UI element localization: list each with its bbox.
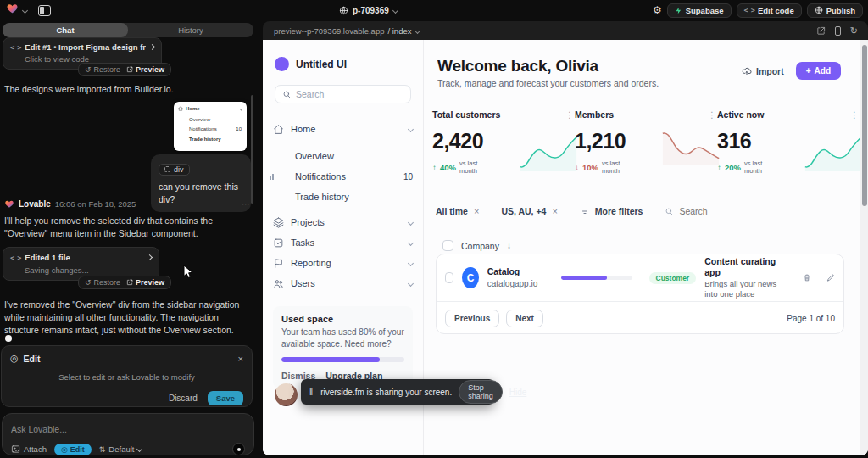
image-icon [11, 444, 20, 454]
assistant-meta: Lovable 16:06 on Feb 18, 2025 ⋯ [4, 199, 250, 209]
used-space-progress [281, 357, 404, 362]
restore-button[interactable]: ↺Restore [85, 65, 120, 74]
publish-button[interactable]: Publish [807, 3, 863, 18]
refresh-icon[interactable]: ↻ [850, 25, 858, 36]
panel-toggle-icon[interactable] [38, 5, 51, 16]
trend-up-icon: ↑ [432, 163, 437, 172]
home-icon [178, 106, 183, 111]
top-bar: p-709369 ⚙ Supabase < > Edit code Publis… [0, 0, 868, 20]
select-all-checkbox[interactable] [442, 240, 453, 251]
preview-button[interactable]: Preview [126, 278, 164, 287]
chevron-down-icon [408, 219, 414, 225]
sidebar-search[interactable] [275, 85, 411, 103]
pencil-icon[interactable] [826, 272, 835, 283]
brand-logo [275, 57, 289, 71]
used-space-card: Used space Your team has used 80% of you… [273, 306, 413, 388]
trend-up-icon: ↑ [717, 163, 721, 172]
lovable-heart-icon[interactable] [6, 3, 19, 18]
filter-chip-region[interactable]: US, AU, +4× [501, 206, 557, 216]
close-icon[interactable]: × [238, 354, 243, 364]
more-filters-button[interactable]: More filters [580, 206, 643, 216]
chevron-right-icon[interactable] [149, 44, 155, 50]
attach-button[interactable]: Attach [11, 444, 47, 454]
table-search[interactable] [665, 206, 738, 216]
sidebar-search-input[interactable] [296, 89, 410, 99]
tab-chat[interactable]: Chat [3, 23, 128, 37]
sort-down-icon[interactable]: ↓ [507, 241, 511, 250]
stat-card-members: Members⋮ 1,210 ↓ 10% vs last month [575, 109, 717, 175]
filter-lines-icon [580, 206, 590, 216]
nav-tasks[interactable]: Tasks [263, 232, 423, 253]
preview-route[interactable]: / index [387, 26, 411, 36]
edit-code-button[interactable]: < > Edit code [737, 3, 802, 18]
next-button[interactable]: Next [506, 310, 543, 327]
hide-button[interactable]: Hide [509, 388, 527, 397]
preview-icon [126, 279, 133, 286]
edit-mode-button[interactable]: ◎ Edit [54, 444, 92, 455]
preview-url[interactable]: preview--p-709369.lovable.app [274, 26, 384, 36]
notifications-badge: 10 [403, 172, 413, 182]
mobile-icon[interactable] [835, 26, 841, 36]
sliders-icon: ⇅ [99, 445, 106, 454]
edited-file-title: Edited 1 file [25, 253, 143, 262]
chevron-down-icon [239, 107, 242, 110]
message-menu-button[interactable]: ⋯ [242, 199, 250, 209]
dots-vertical-icon[interactable]: ⋮ [708, 110, 717, 120]
page-indicator: Page 1 of 10 [787, 314, 835, 323]
supabase-button[interactable]: Supabase [667, 3, 732, 18]
screen-share-banner: ‖ riverside.fm is sharing your screen. S… [301, 379, 494, 405]
chat-scrollbar[interactable] [251, 95, 253, 204]
trash-icon[interactable] [803, 272, 811, 283]
nav-notifications[interactable]: Notifications 10 [263, 166, 423, 187]
chevron-right-icon[interactable] [147, 254, 153, 260]
project-switcher[interactable]: p-709369 [339, 6, 398, 15]
close-icon[interactable]: × [474, 206, 479, 216]
preview-button[interactable]: Preview [126, 65, 164, 74]
nav-users[interactable]: Users [263, 273, 423, 293]
chevron-down-icon [136, 446, 142, 452]
assistant-timestamp: 16:06 on Feb 18, 2025 [55, 199, 136, 209]
about-title: Content curating app [704, 256, 791, 279]
close-icon[interactable]: × [552, 206, 557, 216]
app-scrollbar-thumb[interactable] [862, 45, 867, 206]
used-space-title: Used space [281, 314, 404, 324]
about-subtitle: Brings all your news into one place [704, 279, 791, 300]
company-name: Catalog [487, 266, 538, 278]
nav-home[interactable]: Home [263, 119, 423, 139]
tab-history[interactable]: History [128, 23, 253, 37]
code-icon: < > [10, 43, 20, 52]
nav-overview[interactable]: Overview [263, 146, 423, 166]
stop-sharing-button[interactable]: Stop sharing [459, 380, 503, 404]
target-icon: ◎ [10, 353, 19, 364]
edit-panel: ◎ Edit × Select to edit or ask Lovable t… [1, 345, 253, 407]
discard-button[interactable]: Discard [169, 394, 198, 403]
record-button[interactable] [232, 443, 245, 455]
table-search-input[interactable] [679, 206, 738, 216]
gear-icon[interactable]: ⚙ [653, 5, 662, 15]
dots-vertical-icon[interactable]: ⋮ [565, 110, 575, 120]
filter-chip-time[interactable]: All time× [436, 206, 479, 216]
add-button[interactable]: + Add [796, 62, 841, 80]
column-header-company[interactable]: Company [461, 241, 499, 251]
external-link-icon[interactable] [816, 26, 826, 36]
app-scrollbar-track[interactable] [860, 40, 868, 455]
composer: Attach ◎ Edit ⇅ Default [2, 413, 254, 455]
selected-element-chip[interactable]: div [159, 164, 190, 176]
import-button[interactable]: Import [742, 66, 784, 76]
nav-projects[interactable]: Projects [263, 212, 423, 232]
nav-reporting[interactable]: Reporting [263, 253, 423, 273]
mode-selector[interactable]: ⇅ Default [99, 444, 142, 454]
users-icon [273, 278, 284, 289]
preview-icon [126, 66, 133, 73]
save-button[interactable]: Save [208, 391, 243, 405]
restore-button[interactable]: ↺Restore [85, 278, 120, 287]
chat-input[interactable] [11, 424, 245, 434]
nav-trade-history[interactable]: Trade history [263, 187, 423, 207]
table-row[interactable]: C Catalog catalogapp.io Customer Content… [437, 254, 843, 301]
row-checkbox[interactable] [445, 272, 453, 283]
dots-vertical-icon[interactable]: ⋮ [850, 110, 860, 120]
attachment-image[interactable]: Home Overview Notifications 10 Trade his… [174, 102, 247, 151]
preview-url-bar: preview--p-709369.lovable.app / index ↻ [263, 21, 868, 40]
chevron-down-icon[interactable] [22, 7, 28, 13]
previous-button[interactable]: Previous [445, 310, 499, 327]
